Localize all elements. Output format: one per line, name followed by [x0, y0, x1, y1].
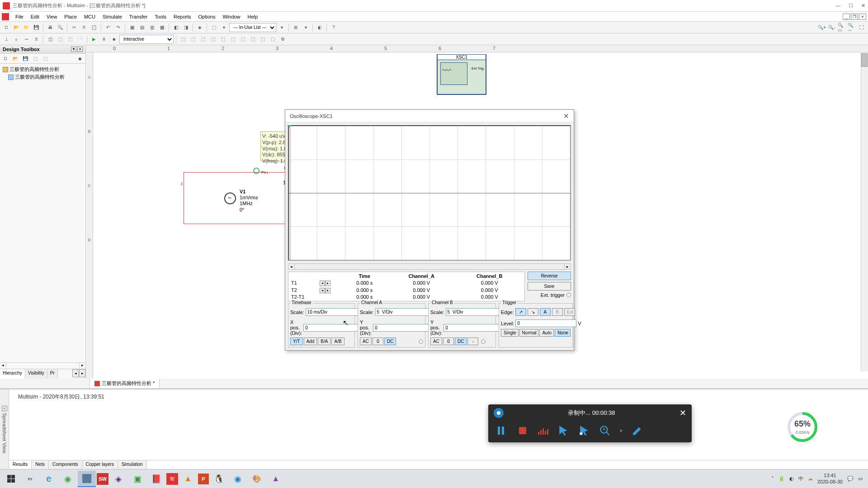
edge-rise[interactable]: ↗: [515, 308, 526, 316]
recorder-pause-button[interactable]: [495, 424, 507, 437]
task-view-icon[interactable]: ▭: [21, 471, 39, 487]
tray-battery-icon[interactable]: 🔋: [778, 476, 785, 482]
recorder-highlight-tool[interactable]: [578, 425, 590, 436]
new-icon[interactable]: 🗋: [2, 23, 11, 32]
tool-g-icon[interactable]: ⊞: [291, 23, 300, 32]
tool-c-icon[interactable]: ◈: [195, 23, 204, 32]
dt-b-icon[interactable]: ⬚: [41, 54, 50, 63]
panel-close-icon[interactable]: ×: [77, 47, 83, 52]
tool-i-icon[interactable]: ◐: [315, 23, 324, 32]
cha-dc[interactable]: DC: [384, 338, 396, 345]
fullscreen-icon[interactable]: ⛶: [857, 23, 866, 32]
tool-b-icon[interactable]: ◨: [181, 23, 190, 32]
tray-ime-icon[interactable]: 中: [798, 475, 803, 482]
tab-visibility[interactable]: Visibility: [25, 369, 47, 379]
comp-b-icon[interactable]: ⏚: [12, 35, 21, 44]
menu-window[interactable]: Window: [219, 13, 244, 20]
edge-icon[interactable]: e: [40, 471, 58, 487]
zoom-area-icon[interactable]: 🔍▭: [837, 23, 846, 32]
sim-e-icon[interactable]: ⬚: [218, 35, 227, 44]
spreadsheet-close-icon[interactable]: ×: [2, 406, 7, 411]
tray-up-icon[interactable]: ˄: [771, 476, 774, 482]
inuse-select[interactable]: --- In-Use List ---: [229, 23, 276, 32]
menu-simulate[interactable]: Simulate: [99, 13, 126, 20]
mode-yt[interactable]: Y/T: [290, 338, 303, 345]
sim-i-icon[interactable]: ⬚: [258, 35, 267, 44]
pause-icon[interactable]: ⏸: [99, 35, 108, 44]
sim-g-icon[interactable]: ⬚: [238, 35, 247, 44]
reverse-button[interactable]: Reverse: [528, 272, 571, 280]
t1-right[interactable]: ▸: [325, 281, 330, 286]
spread-tab-components[interactable]: Components: [49, 460, 82, 470]
cha-scale-input[interactable]: [375, 308, 436, 316]
edge-b[interactable]: B: [552, 308, 563, 316]
grid4-icon[interactable]: ▩: [157, 23, 166, 32]
spread-tab-nets[interactable]: Nets: [32, 460, 49, 470]
taskbar-clock[interactable]: 13:412020-08-30: [817, 473, 843, 484]
open2-icon[interactable]: 📁: [22, 23, 31, 32]
chb-ypos-input[interactable]: [443, 324, 505, 332]
edge-a[interactable]: A: [540, 308, 551, 316]
tab-pr[interactable]: Pr: [47, 369, 58, 379]
start-button[interactable]: [2, 471, 20, 487]
app-green-icon[interactable]: ▣: [128, 471, 146, 487]
dt-new-icon[interactable]: 🗋: [1, 54, 10, 63]
solidworks-icon[interactable]: SW: [97, 473, 108, 485]
tool-e-icon[interactable]: ▾: [219, 23, 228, 32]
spread-tab-simulation[interactable]: Simulation: [118, 460, 147, 470]
redo-icon[interactable]: ↷: [113, 23, 123, 32]
tool-d-icon[interactable]: ⬚: [209, 23, 218, 32]
minimize-button[interactable]: —: [835, 3, 840, 9]
menu-tools[interactable]: Tools: [151, 13, 170, 20]
instrument-xsc1[interactable]: XSC1 〰 Ext Trig: [437, 54, 486, 95]
undo-icon[interactable]: ↶: [104, 23, 113, 32]
trig-normal[interactable]: Normal: [519, 329, 539, 337]
recorder-pen-tool[interactable]: [632, 425, 643, 436]
dt-c-icon[interactable]: ◆: [75, 54, 85, 63]
paste-icon[interactable]: 📋: [90, 23, 99, 32]
cha-0[interactable]: 0: [373, 338, 383, 345]
mdi-min[interactable]: _: [843, 14, 850, 20]
recorder-stop-button[interactable]: [516, 424, 529, 437]
chb-jack[interactable]: [481, 339, 486, 344]
chb-ac[interactable]: AC: [430, 338, 442, 345]
mode-ab[interactable]: A/B: [331, 338, 344, 345]
cha-jack[interactable]: [419, 339, 423, 344]
menu-transfer[interactable]: Transfer: [126, 13, 151, 20]
tray-notif-icon[interactable]: 💬: [847, 476, 854, 482]
app-qq-icon[interactable]: 🐧: [210, 471, 228, 487]
trigger-level-input[interactable]: [515, 319, 576, 327]
run-icon[interactable]: ▶: [90, 35, 99, 44]
t1-left[interactable]: ◂: [320, 281, 325, 286]
maximize-button[interactable]: ☐: [849, 3, 853, 9]
sim-k-icon[interactable]: ⚙: [278, 35, 287, 44]
close-button[interactable]: ✕: [861, 3, 865, 9]
app-rec-icon[interactable]: ◉: [229, 471, 247, 487]
print-icon[interactable]: 🖶: [46, 23, 55, 32]
canvas-vscroll[interactable]: [861, 52, 868, 371]
app-book-icon[interactable]: 📕: [147, 471, 165, 487]
tool-h-icon[interactable]: ▾: [301, 23, 310, 32]
zoom-out-icon[interactable]: 🔍-: [827, 23, 836, 32]
comp-f-icon[interactable]: ⬚: [56, 35, 65, 44]
chb-0[interactable]: 0: [443, 338, 454, 345]
component-v1[interactable]: V1 1mVrms 1MHz 0°: [224, 192, 236, 204]
menu-options[interactable]: Options: [195, 13, 219, 20]
edge-ext[interactable]: Ext: [564, 308, 575, 316]
panel-pin-icon[interactable]: ▾: [71, 47, 76, 52]
menu-edit[interactable]: Edit: [27, 13, 43, 20]
menu-file[interactable]: File: [12, 13, 27, 20]
recorder-cursor-tool[interactable]: [557, 425, 569, 436]
tool-f-icon[interactable]: ▾: [277, 23, 286, 32]
comp-e-icon[interactable]: ◫: [46, 35, 55, 44]
app-purple-icon[interactable]: ▲: [267, 471, 285, 487]
cut-icon[interactable]: ✂: [70, 23, 79, 32]
tree-child[interactable]: 三极管的高频特性分析: [2, 73, 84, 81]
sim-c-icon[interactable]: ⬚: [198, 35, 208, 44]
ext-trigger-jack[interactable]: [566, 293, 571, 297]
menu-reports[interactable]: Reports: [170, 13, 195, 20]
tray-sync-icon[interactable]: ☁: [808, 476, 813, 482]
save-button[interactable]: Save: [528, 282, 571, 291]
spread-tab-copper[interactable]: Copper layers: [82, 460, 118, 470]
oscope-close-button[interactable]: ✕: [563, 112, 569, 120]
